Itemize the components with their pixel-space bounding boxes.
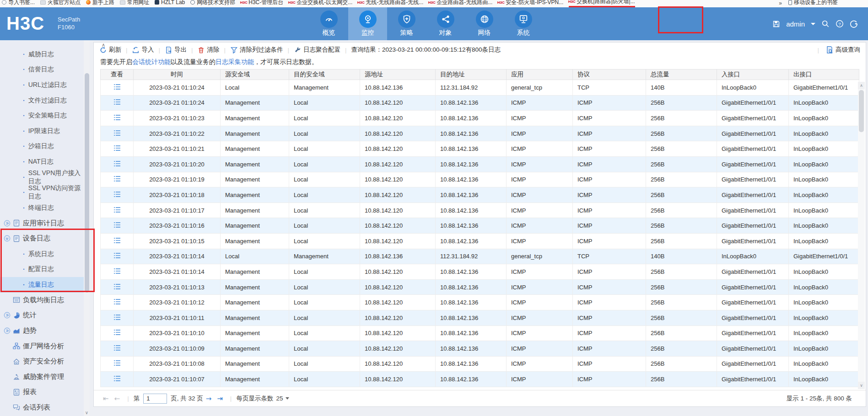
sidebar-scrollbar-thumb[interactable] [85,73,89,293]
bookmark-item[interactable]: H3CH3C-管理后台 [241,0,283,7]
table-row[interactable]: 2023-03-21 01:10:24ManagementLocal10.88.… [101,95,859,111]
sidebar-item[interactable]: ·终端日志 [0,200,84,216]
sidebar-item[interactable]: ·流量日志 [0,277,87,293]
view-details-icon[interactable] [113,145,121,151]
sidebar-item[interactable]: ·SSL VPN访问资源日志 [0,185,84,200]
bookmarks-overflow-chevron-icon[interactable]: » [779,0,782,6]
sidebar-item[interactable]: 趋势 [0,323,84,339]
sidebar-item[interactable]: 资产安全分析 [0,354,84,369]
page-size-dropdown[interactable]: 25 [276,395,289,402]
view-details-icon[interactable] [113,99,121,105]
logout-icon[interactable] [850,20,858,28]
help-icon[interactable]: ? [836,20,844,28]
table-row[interactable]: 2023-03-21 01:10:23ManagementLocal10.88.… [101,111,859,126]
column-header[interactable]: 应用 [507,69,573,80]
table-row[interactable]: 2023-03-21 01:10:18ManagementLocal10.88.… [101,187,859,203]
view-details-icon[interactable] [113,207,121,213]
sidebar-item[interactable]: 负载均衡日志 [0,293,84,308]
nav-item-globe[interactable]: 网络 [465,7,504,40]
view-details-icon[interactable] [113,314,121,320]
next-page-button[interactable]: → [206,395,212,403]
bookmark-item[interactable]: HZLT Lab [155,0,185,7]
sidebar-item[interactable]: ·信誉日志 [0,62,84,78]
view-details-icon[interactable] [113,114,121,121]
bookmark-item[interactable]: 网络技术支持部 [190,0,235,7]
last-page-button[interactable]: ⇥ [217,395,223,403]
bookmark-item[interactable]: H3C企业路由器-无线路由... [429,0,492,7]
view-details-icon[interactable] [113,360,121,366]
column-header[interactable]: 源安全域 [221,69,289,80]
sidebar-item[interactable]: 应用审计日志 [0,216,84,231]
sidebar-item[interactable]: ·威胁日志 [0,47,84,62]
sidebar-item[interactable]: 威胁案件管理 [0,369,84,384]
sidebar-item[interactable]: ·IP限速日志 [0,123,84,139]
view-details-icon[interactable] [113,252,121,259]
nav-item-system[interactable]: 系统 [504,7,543,40]
view-details-icon[interactable] [113,283,121,290]
view-details-icon[interactable] [113,222,121,228]
table-row[interactable]: 2023-03-21 01:10:11ManagementLocal10.88.… [101,310,859,325]
table-row[interactable]: 2023-03-21 01:10:14ManagementLocal10.88.… [101,264,859,280]
table-row[interactable]: 2023-03-21 01:10:13ManagementLocal10.88.… [101,279,859,295]
nav-item-shield-plus[interactable]: 策略 [387,7,426,40]
view-details-icon[interactable] [113,268,121,274]
table-row[interactable]: 2023-03-21 01:10:20ManagementLocal10.88.… [101,156,859,172]
table-row[interactable]: 2023-03-21 01:10:24LocalManagement10.88.… [101,80,859,96]
sidebar-item[interactable]: ·沙箱日志 [0,139,84,155]
clear-column-filters-button[interactable]: 清除列过滤条件 [230,46,283,54]
page-number-input[interactable] [143,394,167,404]
sidebar-item[interactable]: 报表 [0,384,84,400]
view-details-icon[interactable] [113,329,121,336]
table-row[interactable]: 2023-03-21 01:10:22ManagementLocal10.88.… [101,126,859,141]
column-header[interactable]: 目的安全域 [289,69,360,80]
sidebar-item[interactable]: ·文件过滤日志 [0,93,84,108]
bookmark-item[interactable]: 常用网址 [120,0,149,7]
bookmark-item[interactable]: H3C交换机|路由器|防火墙|... [569,0,635,7]
import-button[interactable]: 导入 [132,46,154,54]
sidebar-item[interactable]: 设备日志 [0,231,84,246]
table-row[interactable]: 2023-03-21 01:10:10ManagementLocal10.88.… [101,325,859,341]
table-row[interactable]: 2023-03-21 01:10:21ManagementLocal10.88.… [101,141,859,157]
view-details-icon[interactable] [113,345,121,351]
log-aggregate-config-button[interactable]: 日志聚合配置 [294,46,340,54]
table-scrollbar-thumb[interactable] [859,90,864,132]
bookmark-mobile-bookmarks[interactable]: 移动设备上的书签 [788,0,838,7]
session-statistics-link[interactable]: 会话统计功能 [132,58,171,65]
nav-item-gauge[interactable]: 概览 [309,7,348,40]
bookmark-item[interactable]: 新手上路 [86,0,114,7]
search-icon[interactable] [821,20,830,28]
clear-button[interactable]: 清除 [198,46,220,54]
column-header[interactable]: 协议 [573,69,646,80]
table-row[interactable]: 2023-03-21 01:10:19ManagementLocal10.88.… [101,172,859,187]
view-details-icon[interactable] [113,176,121,182]
view-details-icon[interactable] [113,191,121,197]
bookmark-item[interactable]: 火狐官方站点 [40,0,81,7]
prev-page-button[interactable]: ← [114,395,120,403]
bookmark-item[interactable]: H3C安全-防火墙-IPS-VPN... [498,0,563,7]
view-details-icon[interactable] [113,84,121,90]
sidebar-item[interactable]: ·URL过滤日志 [0,77,84,93]
collapse-hint-icon[interactable]: ∧ [102,42,105,48]
view-details-icon[interactable] [113,299,121,305]
user-caret-down-icon[interactable] [811,23,815,25]
sidebar-item[interactable]: 会话列表 [0,400,84,416]
table-row[interactable]: 2023-03-21 01:10:09ManagementLocal10.88.… [101,341,859,357]
column-header[interactable]: 时间 [134,69,221,80]
bookmark-item[interactable]: H3C企业交换机-以太网交... [289,0,352,7]
sidebar-scrollbar[interactable]: ∨ [84,40,90,416]
scroll-down-icon[interactable]: ∨ [858,382,865,389]
first-page-button[interactable]: ⇤ [103,395,109,403]
user-name[interactable]: admin [786,20,805,28]
table-row[interactable]: 2023-03-21 01:10:12ManagementLocal10.88.… [101,295,859,310]
table-row[interactable]: 2023-03-21 01:10:07ManagementLocal10.88.… [101,372,859,387]
sidebar-item[interactable]: ·SSL VPN用户接入日志 [0,170,84,185]
column-header[interactable]: 总流量 [646,69,717,80]
sidebar-item[interactable]: ·系统日志 [0,246,84,262]
column-header[interactable]: 目的地址 [436,69,507,80]
table-row[interactable]: 2023-03-21 01:10:14LocalManagement10.88.… [101,249,859,264]
sidebar-item[interactable]: ·安全策略日志 [0,108,84,123]
view-details-icon[interactable] [113,130,121,136]
log-collection-link[interactable]: 日志采集功能 [216,58,254,65]
column-header[interactable]: 查看 [101,69,134,80]
column-header[interactable]: 入接口 [717,69,789,80]
